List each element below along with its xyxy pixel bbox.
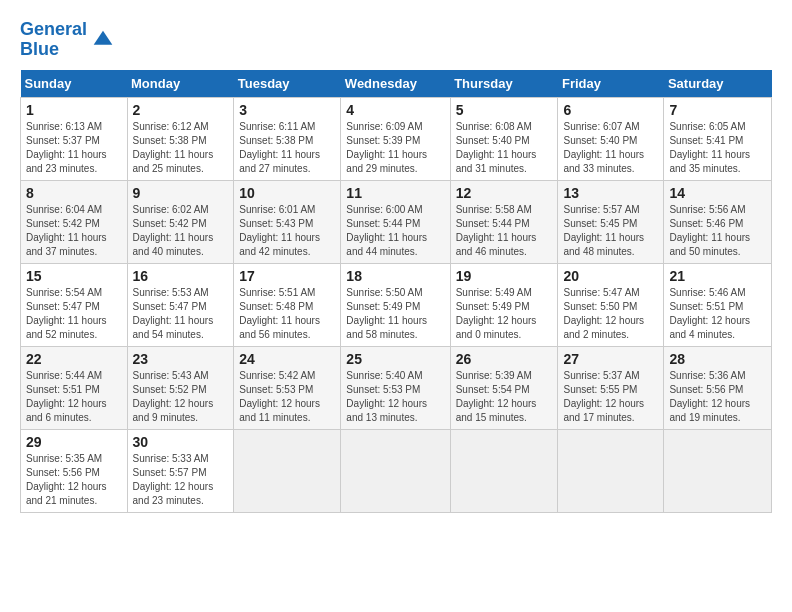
day-cell: 13 Sunrise: 5:57 AMSunset: 5:45 PMDaylig… [558,180,664,263]
day-info: Sunrise: 6:05 AMSunset: 5:41 PMDaylight:… [669,121,750,174]
day-number: 19 [456,268,553,284]
day-number: 26 [456,351,553,367]
day-number: 30 [133,434,229,450]
logo-text: GeneralBlue [20,20,87,60]
weekday-header-row: SundayMondayTuesdayWednesdayThursdayFrid… [21,70,772,98]
week-row-4: 22 Sunrise: 5:44 AMSunset: 5:51 PMDaylig… [21,346,772,429]
day-cell: 20 Sunrise: 5:47 AMSunset: 5:50 PMDaylig… [558,263,664,346]
logo-icon [89,26,117,54]
day-cell [341,429,450,512]
day-number: 27 [563,351,658,367]
day-number: 5 [456,102,553,118]
day-number: 9 [133,185,229,201]
day-info: Sunrise: 5:36 AMSunset: 5:56 PMDaylight:… [669,370,750,423]
day-info: Sunrise: 6:04 AMSunset: 5:42 PMDaylight:… [26,204,107,257]
day-cell: 24 Sunrise: 5:42 AMSunset: 5:53 PMDaylig… [234,346,341,429]
day-cell: 1 Sunrise: 6:13 AMSunset: 5:37 PMDayligh… [21,97,128,180]
day-info: Sunrise: 5:39 AMSunset: 5:54 PMDaylight:… [456,370,537,423]
day-cell: 10 Sunrise: 6:01 AMSunset: 5:43 PMDaylig… [234,180,341,263]
day-cell: 7 Sunrise: 6:05 AMSunset: 5:41 PMDayligh… [664,97,772,180]
day-info: Sunrise: 5:51 AMSunset: 5:48 PMDaylight:… [239,287,320,340]
day-info: Sunrise: 5:57 AMSunset: 5:45 PMDaylight:… [563,204,644,257]
day-cell: 23 Sunrise: 5:43 AMSunset: 5:52 PMDaylig… [127,346,234,429]
day-info: Sunrise: 6:02 AMSunset: 5:42 PMDaylight:… [133,204,214,257]
day-info: Sunrise: 6:13 AMSunset: 5:37 PMDaylight:… [26,121,107,174]
weekday-header-friday: Friday [558,70,664,98]
weekday-header-sunday: Sunday [21,70,128,98]
day-number: 29 [26,434,122,450]
weekday-header-wednesday: Wednesday [341,70,450,98]
day-number: 15 [26,268,122,284]
svg-marker-0 [94,30,113,44]
day-cell: 12 Sunrise: 5:58 AMSunset: 5:44 PMDaylig… [450,180,558,263]
day-number: 10 [239,185,335,201]
day-cell: 30 Sunrise: 5:33 AMSunset: 5:57 PMDaylig… [127,429,234,512]
week-row-1: 1 Sunrise: 6:13 AMSunset: 5:37 PMDayligh… [21,97,772,180]
day-cell: 25 Sunrise: 5:40 AMSunset: 5:53 PMDaylig… [341,346,450,429]
day-number: 4 [346,102,444,118]
week-row-5: 29 Sunrise: 5:35 AMSunset: 5:56 PMDaylig… [21,429,772,512]
week-row-2: 8 Sunrise: 6:04 AMSunset: 5:42 PMDayligh… [21,180,772,263]
header: GeneralBlue [20,20,772,60]
week-row-3: 15 Sunrise: 5:54 AMSunset: 5:47 PMDaylig… [21,263,772,346]
day-cell: 9 Sunrise: 6:02 AMSunset: 5:42 PMDayligh… [127,180,234,263]
day-number: 11 [346,185,444,201]
day-cell: 21 Sunrise: 5:46 AMSunset: 5:51 PMDaylig… [664,263,772,346]
day-cell [664,429,772,512]
day-number: 24 [239,351,335,367]
day-cell: 29 Sunrise: 5:35 AMSunset: 5:56 PMDaylig… [21,429,128,512]
day-number: 25 [346,351,444,367]
day-number: 22 [26,351,122,367]
day-number: 16 [133,268,229,284]
day-info: Sunrise: 6:07 AMSunset: 5:40 PMDaylight:… [563,121,644,174]
day-info: Sunrise: 5:35 AMSunset: 5:56 PMDaylight:… [26,453,107,506]
day-cell: 16 Sunrise: 5:53 AMSunset: 5:47 PMDaylig… [127,263,234,346]
calendar-table: SundayMondayTuesdayWednesdayThursdayFrid… [20,70,772,513]
day-info: Sunrise: 6:09 AMSunset: 5:39 PMDaylight:… [346,121,427,174]
day-cell: 4 Sunrise: 6:09 AMSunset: 5:39 PMDayligh… [341,97,450,180]
day-info: Sunrise: 5:42 AMSunset: 5:53 PMDaylight:… [239,370,320,423]
day-cell: 17 Sunrise: 5:51 AMSunset: 5:48 PMDaylig… [234,263,341,346]
day-info: Sunrise: 5:53 AMSunset: 5:47 PMDaylight:… [133,287,214,340]
day-cell: 11 Sunrise: 6:00 AMSunset: 5:44 PMDaylig… [341,180,450,263]
day-number: 8 [26,185,122,201]
day-info: Sunrise: 5:47 AMSunset: 5:50 PMDaylight:… [563,287,644,340]
day-number: 20 [563,268,658,284]
day-cell: 2 Sunrise: 6:12 AMSunset: 5:38 PMDayligh… [127,97,234,180]
day-cell [234,429,341,512]
weekday-header-saturday: Saturday [664,70,772,98]
day-number: 13 [563,185,658,201]
day-info: Sunrise: 5:54 AMSunset: 5:47 PMDaylight:… [26,287,107,340]
day-info: Sunrise: 5:50 AMSunset: 5:49 PMDaylight:… [346,287,427,340]
day-number: 12 [456,185,553,201]
day-cell: 6 Sunrise: 6:07 AMSunset: 5:40 PMDayligh… [558,97,664,180]
day-cell: 19 Sunrise: 5:49 AMSunset: 5:49 PMDaylig… [450,263,558,346]
day-info: Sunrise: 5:43 AMSunset: 5:52 PMDaylight:… [133,370,214,423]
day-cell: 26 Sunrise: 5:39 AMSunset: 5:54 PMDaylig… [450,346,558,429]
weekday-header-thursday: Thursday [450,70,558,98]
day-info: Sunrise: 5:49 AMSunset: 5:49 PMDaylight:… [456,287,537,340]
day-number: 17 [239,268,335,284]
day-number: 2 [133,102,229,118]
weekday-header-monday: Monday [127,70,234,98]
weekday-header-tuesday: Tuesday [234,70,341,98]
day-number: 7 [669,102,766,118]
day-cell: 8 Sunrise: 6:04 AMSunset: 5:42 PMDayligh… [21,180,128,263]
day-info: Sunrise: 6:08 AMSunset: 5:40 PMDaylight:… [456,121,537,174]
day-cell: 27 Sunrise: 5:37 AMSunset: 5:55 PMDaylig… [558,346,664,429]
day-info: Sunrise: 5:33 AMSunset: 5:57 PMDaylight:… [133,453,214,506]
day-cell: 28 Sunrise: 5:36 AMSunset: 5:56 PMDaylig… [664,346,772,429]
day-info: Sunrise: 5:46 AMSunset: 5:51 PMDaylight:… [669,287,750,340]
day-number: 23 [133,351,229,367]
day-info: Sunrise: 5:37 AMSunset: 5:55 PMDaylight:… [563,370,644,423]
day-cell: 5 Sunrise: 6:08 AMSunset: 5:40 PMDayligh… [450,97,558,180]
day-cell [558,429,664,512]
day-info: Sunrise: 6:01 AMSunset: 5:43 PMDaylight:… [239,204,320,257]
day-info: Sunrise: 6:12 AMSunset: 5:38 PMDaylight:… [133,121,214,174]
day-cell: 3 Sunrise: 6:11 AMSunset: 5:38 PMDayligh… [234,97,341,180]
day-info: Sunrise: 6:00 AMSunset: 5:44 PMDaylight:… [346,204,427,257]
logo: GeneralBlue [20,20,117,60]
day-number: 28 [669,351,766,367]
day-cell [450,429,558,512]
day-number: 14 [669,185,766,201]
